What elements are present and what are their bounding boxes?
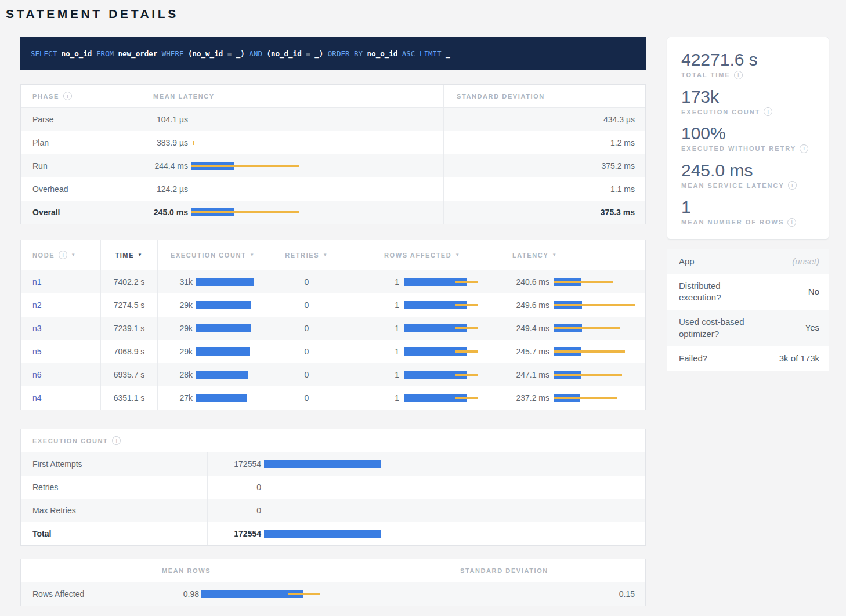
bar-mean-segment bbox=[196, 347, 250, 356]
info-icon[interactable]: i bbox=[112, 436, 121, 445]
sql-identifier: no_o_id bbox=[62, 49, 92, 58]
rows-affected-value: 1 bbox=[376, 277, 399, 287]
stat-label: TOTAL TIMEi bbox=[681, 71, 815, 79]
rows-affected-header-cell[interactable]: ROWS AFFECTED ▼ bbox=[371, 240, 491, 270]
node-time: 6935.7 s bbox=[100, 363, 157, 386]
rows-affected-cell: 1 bbox=[371, 270, 491, 293]
execution-count-header-label: EXECUTION COUNT bbox=[171, 252, 246, 259]
node-link[interactable]: n4 bbox=[32, 393, 42, 403]
info-icon[interactable]: i bbox=[734, 71, 743, 79]
phase-name: Plan bbox=[21, 131, 140, 154]
execution-count-bar bbox=[196, 324, 251, 332]
sort-arrow-icon[interactable]: ▼ bbox=[71, 252, 77, 258]
page-title: STATEMENT DETAILS bbox=[6, 7, 829, 21]
mean-latency-cell: 124.2 µs bbox=[140, 177, 443, 201]
latency-value: 247.1 ms bbox=[496, 370, 549, 379]
sql-keyword: ASC LIMIT bbox=[402, 49, 442, 58]
node-row: n57068.9 s29k01245.7 ms bbox=[21, 340, 645, 363]
sort-arrow-icon[interactable]: ▼ bbox=[323, 252, 328, 258]
info-icon[interactable]: i bbox=[63, 92, 72, 100]
details-label: Failed? bbox=[667, 346, 773, 371]
summary-stat: 42271.6 sTOTAL TIMEi bbox=[681, 50, 815, 79]
latency-cell: 247.1 ms bbox=[491, 363, 646, 386]
stat-label-text: MEAN SERVICE LATENCY bbox=[681, 182, 784, 189]
latency-bar bbox=[554, 324, 620, 332]
stddev-value: 0.15 bbox=[447, 582, 646, 606]
node-table-header: NODE i ▼ TIME ▼ EXECUTION COUNT ▼ RETRIE… bbox=[21, 240, 645, 270]
execution-count-row-label: First Attempts bbox=[21, 452, 207, 476]
details-value: No bbox=[773, 274, 829, 310]
latency-bar bbox=[554, 347, 625, 356]
execution-count-table-header: EXECUTION COUNT i bbox=[21, 429, 645, 452]
mean-latency-bar bbox=[191, 208, 299, 216]
node-name-cell: n1 bbox=[21, 270, 100, 293]
page-layout: SELECT no_o_id FROM new_order WHERE (no_… bbox=[6, 37, 829, 606]
execution-count-bar bbox=[196, 394, 247, 402]
stddev-header-label: STANDARD DEVIATION bbox=[457, 93, 545, 100]
bar-stddev-whisker bbox=[554, 304, 635, 306]
stat-label-text: EXECUTED WITHOUT RETRY bbox=[681, 145, 796, 152]
node-link[interactable]: n1 bbox=[32, 277, 42, 287]
info-icon[interactable]: i bbox=[59, 251, 67, 259]
phase-row: Parse104.1 µs434.3 µs bbox=[21, 108, 645, 131]
node-row: n46351.1 s27k01237.2 ms bbox=[21, 386, 645, 410]
latency-header-cell[interactable]: LATENCY ▼ bbox=[491, 240, 646, 270]
bar-stddev-whisker bbox=[554, 281, 613, 283]
phase-row: Plan383.9 µs1.2 ms bbox=[21, 131, 645, 154]
latency-bar bbox=[554, 278, 613, 286]
statement-details-card: App(unset)Distributed execution?NoUsed c… bbox=[667, 249, 829, 372]
stddev-value: 375.2 ms bbox=[443, 154, 646, 177]
retries-value: 0 bbox=[277, 340, 371, 363]
stat-value: 42271.6 s bbox=[681, 50, 815, 70]
bar-mean-segment bbox=[264, 460, 381, 468]
latency-cell: 237.2 ms bbox=[491, 386, 646, 410]
execution-count-header-cell[interactable]: EXECUTION COUNT ▼ bbox=[157, 240, 277, 270]
sort-arrow-icon[interactable]: ▼ bbox=[138, 252, 143, 258]
mean-latency-cell: 104.1 µs bbox=[140, 108, 443, 131]
mean-rows-header-label: MEAN ROWS bbox=[162, 567, 211, 574]
rows-affected-cell: 1 bbox=[371, 317, 491, 340]
node-link[interactable]: n6 bbox=[32, 370, 42, 379]
rows-affected-bar bbox=[404, 278, 478, 286]
node-link[interactable]: n3 bbox=[32, 324, 42, 333]
sort-arrow-icon[interactable]: ▼ bbox=[250, 252, 255, 258]
main-column: SELECT no_o_id FROM new_order WHERE (no_… bbox=[20, 37, 646, 606]
info-icon[interactable]: i bbox=[764, 107, 772, 116]
node-name-cell: n3 bbox=[21, 317, 100, 340]
node-name-cell: n5 bbox=[21, 340, 100, 363]
node-header-cell[interactable]: NODE i ▼ bbox=[21, 240, 100, 270]
latency-value: 249.6 ms bbox=[496, 300, 549, 310]
bar-stddev-whisker bbox=[288, 593, 320, 595]
sql-identifier: (no_w_id = _) bbox=[188, 49, 245, 58]
stat-label-text: TOTAL TIME bbox=[681, 71, 731, 78]
execution-count-table: EXECUTION COUNT i First Attempts172554Re… bbox=[20, 429, 646, 546]
execution-count-row-value: 0 bbox=[210, 506, 261, 515]
rows-affected-bar bbox=[404, 347, 478, 356]
rows-affected-table-header: MEAN ROWS STANDARD DEVIATION bbox=[21, 559, 645, 582]
sql-identifier: new_order bbox=[118, 49, 158, 58]
latency-header-label: LATENCY bbox=[512, 252, 548, 259]
bar-stddev-whisker bbox=[455, 374, 478, 376]
bar-stddev-whisker bbox=[455, 304, 478, 306]
rows-affected-value: 1 bbox=[376, 300, 399, 310]
details-value: (unset) bbox=[773, 249, 829, 274]
info-icon[interactable]: i bbox=[800, 144, 808, 153]
sort-arrow-icon[interactable]: ▼ bbox=[455, 252, 461, 258]
info-icon[interactable]: i bbox=[788, 181, 797, 190]
node-name-cell: n4 bbox=[21, 386, 100, 410]
time-header-cell[interactable]: TIME ▼ bbox=[100, 240, 157, 270]
sort-arrow-icon[interactable]: ▼ bbox=[552, 252, 558, 258]
rows-affected-bar bbox=[404, 394, 478, 402]
rows-affected-table: MEAN ROWS STANDARD DEVIATION Rows Affect… bbox=[20, 559, 646, 606]
mean-latency-value: 124.2 µs bbox=[143, 184, 188, 194]
info-icon[interactable]: i bbox=[787, 218, 796, 227]
retries-header-cell[interactable]: RETRIES ▼ bbox=[277, 240, 371, 270]
execution-count-cell: 28k bbox=[157, 363, 277, 386]
node-time: 7239.1 s bbox=[100, 317, 157, 340]
rows-affected-row-label: Rows Affected bbox=[21, 582, 149, 606]
node-link[interactable]: n2 bbox=[32, 300, 42, 310]
node-link[interactable]: n5 bbox=[32, 347, 42, 356]
execution-count-value: 29k bbox=[160, 347, 193, 356]
bar-stddev-whisker bbox=[455, 397, 478, 399]
details-label: App bbox=[667, 249, 773, 274]
